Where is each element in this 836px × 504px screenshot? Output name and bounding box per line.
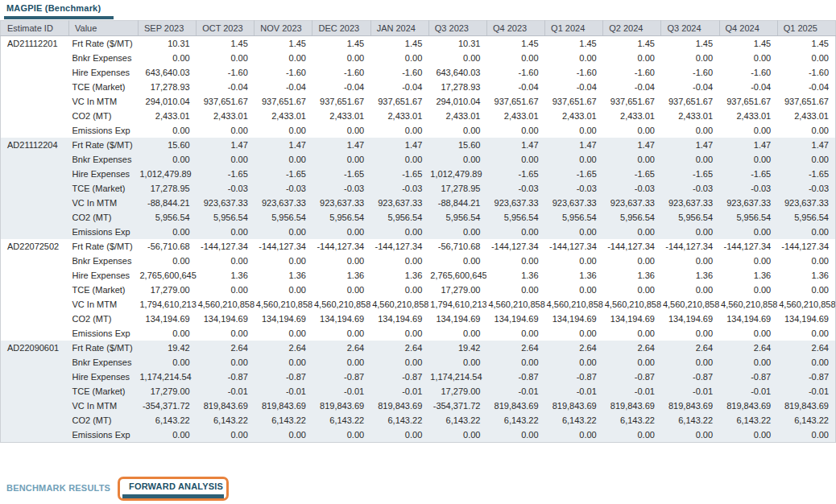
column-header[interactable]: Q1 2024 [545,21,603,36]
value-cell: 0.00 [661,225,719,239]
value-cell: -144,127.34 [719,239,777,254]
value-cell: 0.00 [486,51,544,65]
column-header[interactable]: Value [69,21,139,36]
value-cell: -0.01 [370,384,428,399]
value-cell: 2,433.01 [370,109,428,123]
column-header[interactable]: Q3 2023 [428,21,486,36]
value-cell: 5,956.54 [661,210,719,225]
value-cell: 0.00 [603,51,661,65]
value-cell: 819,843.69 [370,399,428,413]
value-cell: 6,143.22 [370,413,428,428]
column-header[interactable]: DEC 2023 [312,21,370,36]
value-cell: 1.47 [312,138,370,152]
value-cell: 0.00 [603,225,661,239]
column-header[interactable]: Q4 2024 [719,21,777,36]
row-label-cell: CO2 (MT) [69,413,139,428]
column-header[interactable]: JAN 2024 [370,21,428,36]
row-label-cell: TCE (Market) [69,283,139,297]
value-cell: 0.00 [545,355,603,370]
row-label-cell: Hire Expenses [69,167,139,181]
table-row: TCE (Market)17,279.000.000.000.000.0017,… [1,283,836,297]
value-cell: 5,956.54 [370,210,428,225]
estimate-id-cell [1,428,69,443]
value-cell: 1.45 [370,36,428,52]
value-cell: 2.64 [777,341,835,355]
column-header[interactable]: Estimate ID [1,21,69,36]
value-cell: 937,651.67 [197,94,255,109]
value-cell: 134,194.69 [545,312,603,326]
estimate-id-cell [1,94,69,109]
value-cell: 0.00 [197,326,255,341]
value-cell: 819,843.69 [603,399,661,413]
value-cell: 4,560,210,858 [312,297,370,312]
table-row: TCE (Market)17,279.00-0.01-0.01-0.01-0.0… [1,384,836,399]
header-row: Estimate IDValueSEP 2023OCT 2023NOV 2023… [1,21,836,36]
row-label-cell: CO2 (MT) [69,312,139,326]
value-cell: 4,560,210,858 [545,297,603,312]
estimate-id-cell [1,326,69,341]
value-cell: 0.00 [255,428,312,443]
value-cell: 0.00 [719,225,777,239]
value-cell: 134,194.69 [661,312,719,326]
value-cell: -1.65 [255,167,312,181]
value-cell: 2,433.01 [486,109,544,123]
value-cell: -0.01 [545,384,603,399]
value-cell: 819,843.69 [255,399,312,413]
column-header[interactable]: Q4 2023 [486,21,544,36]
column-header[interactable]: Q2 2024 [603,21,661,36]
value-cell: 0.00 [719,355,777,370]
value-cell: 0.00 [197,428,255,443]
value-cell: 2,433.01 [777,109,835,123]
table-row: Emissions Exp0.000.000.000.000.000.000.0… [1,225,836,239]
value-cell: -144,127.34 [545,239,603,254]
value-cell: 0.00 [719,152,777,167]
value-cell: 923,637.33 [255,196,312,210]
value-cell: 937,651.67 [661,94,719,109]
value-cell: 2,765,600,645 [428,268,486,283]
value-cell: 0.00 [197,51,255,65]
column-header[interactable]: NOV 2023 [255,21,312,36]
estimate-id-cell [1,384,69,399]
column-header[interactable]: SEP 2023 [139,21,197,36]
value-cell: 1.45 [312,36,370,52]
value-cell: -354,371.72 [139,399,197,413]
value-cell: -144,127.34 [312,239,370,254]
value-cell: 5,956.54 [428,210,486,225]
value-cell: 923,637.33 [545,196,603,210]
value-cell: 923,637.33 [197,196,255,210]
column-header[interactable]: Q1 2025 [777,21,835,36]
table-row: AD21112201Frt Rate ($/MT)10.311.451.451.… [1,36,836,52]
value-cell: 17,278.93 [139,80,197,94]
table-row: CO2 (MT)5,956.545,956.545,956.545,956.54… [1,210,836,225]
row-label-cell: VC In MTM [69,94,139,109]
value-cell: -0.03 [661,181,719,196]
value-cell: 2,433.01 [139,109,197,123]
value-cell: 0.00 [661,283,719,297]
tab-forward-analysis[interactable]: FORWARD ANALYSIS [129,481,223,491]
value-cell: 134,194.69 [777,312,835,326]
row-label-cell: Hire Expenses [69,65,139,80]
row-label-cell: Emissions Exp [69,428,139,443]
estimate-id-cell: AD21112204 [1,138,69,152]
value-cell: 0.00 [255,355,312,370]
value-cell: -0.04 [603,80,661,94]
estimate-id-cell: AD22090601 [1,341,69,355]
tab-magpie-benchmark-label[interactable]: MAGPIE (Benchmark) [6,3,101,13]
estimate-id-cell [1,123,69,138]
value-cell: -144,127.34 [486,239,544,254]
table-row: CO2 (MT)6,143.226,143.226,143.226,143.22… [1,413,836,428]
value-cell: 0.00 [139,123,197,138]
value-cell: 134,194.69 [603,312,661,326]
tab-benchmark-results[interactable]: BENCHMARK RESULTS [6,483,110,493]
value-cell: 937,651.67 [603,94,661,109]
value-cell: -56,710.68 [139,239,197,254]
column-header[interactable]: Q3 2024 [661,21,719,36]
value-cell: 2,433.01 [719,109,777,123]
table-row: Emissions Exp0.000.000.000.000.000.000.0… [1,123,836,138]
column-header[interactable]: OCT 2023 [197,21,255,36]
value-cell: 0.00 [139,428,197,443]
row-label-cell: TCE (Market) [69,181,139,196]
table-row: VC In MTM-354,371.72819,843.69819,843.69… [1,399,836,413]
value-cell: 4,560,210,858 [197,297,255,312]
value-cell: 0.00 [255,254,312,268]
